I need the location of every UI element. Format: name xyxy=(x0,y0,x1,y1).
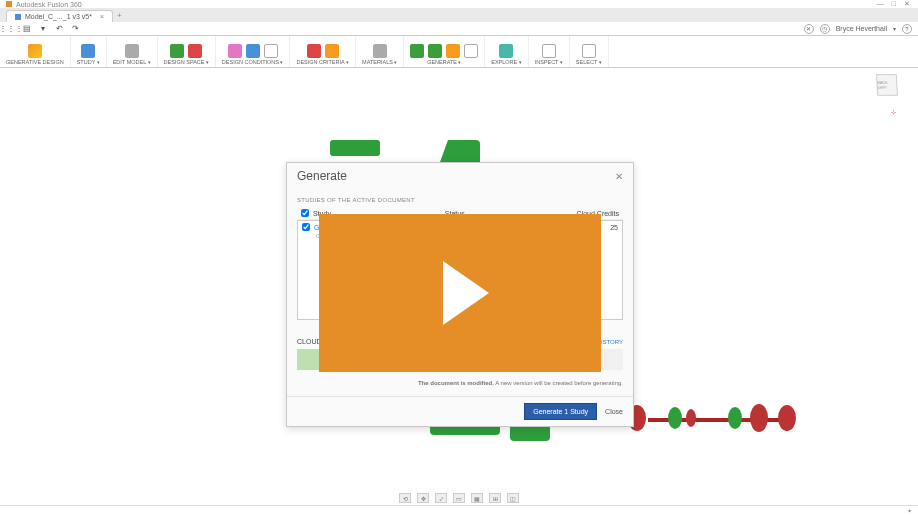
study-icon xyxy=(81,44,95,58)
dialog-title: Generate xyxy=(297,169,347,183)
new-tab-button[interactable]: + xyxy=(117,11,122,20)
inspect-button[interactable]: INSPECT xyxy=(529,36,570,67)
generative-design-icon xyxy=(28,44,42,58)
dialog-close-icon[interactable]: ✕ xyxy=(615,171,623,182)
notification-icon[interactable]: ✕ xyxy=(804,24,814,34)
precheck-icon xyxy=(410,44,424,58)
minimize-button[interactable]: — xyxy=(877,0,884,8)
edit-model-button[interactable]: EDIT MODEL xyxy=(107,36,158,67)
axes-indicator: ⊹ xyxy=(891,108,896,115)
app-title: Autodesk Fusion 360 xyxy=(16,1,82,8)
redo-button[interactable]: ↷ xyxy=(70,24,80,34)
status-corner-icon[interactable]: ✦ xyxy=(907,507,912,514)
viewport-canvas[interactable]: BACK LEFT ⊹ Generate ✕ STUDIES OF THE AC… xyxy=(0,68,918,505)
ribbon-toolbar: GENERATIVE DESIGN STUDY EDIT MODEL DESIG… xyxy=(0,36,918,68)
obstacle-icon xyxy=(188,44,202,58)
job-status-icon[interactable]: ◷ xyxy=(820,24,830,34)
close-window-button[interactable]: ✕ xyxy=(904,0,910,8)
study-credits: 25 xyxy=(610,224,618,231)
dialog-close-button[interactable]: Close xyxy=(605,408,623,415)
window-titlebar: Autodesk Fusion 360 — □ ✕ xyxy=(0,0,918,8)
objectives-icon xyxy=(307,44,321,58)
design-criteria-button[interactable]: DESIGN CRITERIA xyxy=(290,36,356,67)
video-play-overlay[interactable] xyxy=(319,214,601,372)
study-button[interactable]: STUDY xyxy=(71,36,107,67)
document-icon xyxy=(15,14,21,20)
preserve-icon xyxy=(170,44,184,58)
navigation-bar: ⟲ ✥ ⤢ ▭ ▦ ⊞ ◫ xyxy=(399,493,519,503)
loadcase-icon xyxy=(264,44,278,58)
pan-button[interactable]: ✥ xyxy=(417,493,429,503)
data-panel-button[interactable]: ⋮⋮⋮ xyxy=(6,24,16,34)
fit-button[interactable]: ▭ xyxy=(453,493,465,503)
app-icon xyxy=(6,1,12,7)
document-tab[interactable]: Model_C_..._1 v3 v5* × xyxy=(6,10,113,22)
document-tab-label: Model_C_..._1 v3 v5* xyxy=(25,13,92,20)
model-geometry xyxy=(440,140,480,162)
model-geometry xyxy=(330,140,380,156)
document-tabbar: Model_C_..._1 v3 v5* × + xyxy=(0,8,918,22)
generate-icon xyxy=(446,44,460,58)
design-conditions-button[interactable]: DESIGN CONDITIONS xyxy=(216,36,291,67)
constraints-icon xyxy=(228,44,242,58)
select-icon xyxy=(582,44,596,58)
close-tab-icon[interactable]: × xyxy=(100,13,104,20)
materials-button[interactable]: MATERIALS xyxy=(356,36,404,67)
settings-icon xyxy=(464,44,478,58)
manufacturing-icon xyxy=(325,44,339,58)
workspace-switcher[interactable]: GENERATIVE DESIGN xyxy=(0,36,71,67)
help-icon[interactable]: ? xyxy=(902,24,912,34)
save-button[interactable]: ▾ xyxy=(38,24,48,34)
study-checkbox[interactable] xyxy=(302,223,310,231)
loads-icon xyxy=(246,44,260,58)
play-icon xyxy=(443,261,489,325)
studies-section-label: STUDIES OF THE ACTIVE DOCUMENT xyxy=(297,197,623,203)
inspect-icon xyxy=(542,44,556,58)
model-geometry xyxy=(628,405,808,435)
quick-access-toolbar: ⋮⋮⋮ ▤ ▾ ↶ ↷ ✕ ◷ Bryce Heverthall ▾ ? xyxy=(0,22,918,36)
display-button[interactable]: ▦ xyxy=(471,493,483,503)
generate-button[interactable]: GENERATE xyxy=(404,36,485,67)
explore-icon xyxy=(499,44,513,58)
viewcube-face[interactable]: BACK LEFT xyxy=(876,74,898,96)
status-bar: ✦ xyxy=(0,505,918,515)
preview-icon xyxy=(428,44,442,58)
explore-button[interactable]: EXPLORE xyxy=(485,36,528,67)
grid-button[interactable]: ⊞ xyxy=(489,493,501,503)
dialog-note: The document is modified. A new version … xyxy=(297,380,623,386)
viewport-button[interactable]: ◫ xyxy=(507,493,519,503)
viewcube[interactable]: BACK LEFT xyxy=(876,74,906,104)
orbit-button[interactable]: ⟲ xyxy=(399,493,411,503)
materials-icon xyxy=(373,44,387,58)
zoom-button[interactable]: ⤢ xyxy=(435,493,447,503)
design-space-button[interactable]: DESIGN SPACE xyxy=(158,36,216,67)
generate-study-button[interactable]: Generate 1 Study xyxy=(524,403,597,420)
file-menu-button[interactable]: ▤ xyxy=(22,24,32,34)
select-button[interactable]: SELECT xyxy=(570,36,609,67)
study-header-checkbox[interactable] xyxy=(301,209,309,217)
edit-model-icon xyxy=(125,44,139,58)
user-name[interactable]: Bryce Heverthall xyxy=(836,25,887,32)
maximize-button[interactable]: □ xyxy=(892,0,896,8)
undo-button[interactable]: ↶ xyxy=(54,24,64,34)
